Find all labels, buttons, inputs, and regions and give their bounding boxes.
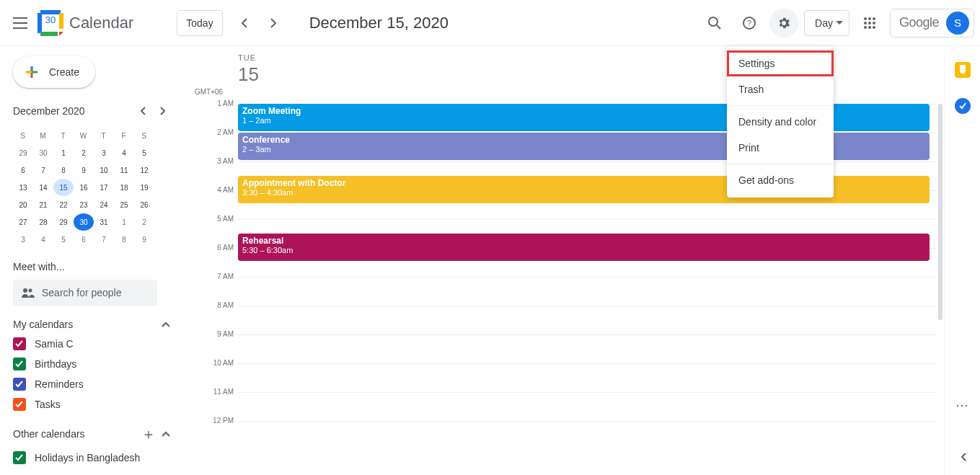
mini-date-cell[interactable]: 15 xyxy=(53,179,74,196)
today-button[interactable]: Today xyxy=(177,10,222,36)
other-calendars-toggle[interactable] xyxy=(159,428,173,440)
other-calendars-header[interactable]: Other calendars xyxy=(13,428,138,440)
create-button[interactable]: Create xyxy=(13,56,95,88)
hour-row[interactable] xyxy=(238,334,937,363)
mini-date-cell[interactable]: 12 xyxy=(134,161,154,179)
mini-date-cell[interactable]: 8 xyxy=(114,231,134,248)
create-label: Create xyxy=(49,66,79,78)
hour-row[interactable] xyxy=(238,306,937,334)
my-calendars-header[interactable]: My calendars xyxy=(13,319,159,330)
mini-date-cell[interactable]: 13 xyxy=(13,179,33,196)
mini-date-cell[interactable]: 2 xyxy=(74,144,94,161)
mini-date-cell[interactable]: 6 xyxy=(74,231,94,248)
mini-date-cell[interactable]: 7 xyxy=(33,161,53,179)
help-button[interactable]: ? xyxy=(735,9,764,37)
menu-item[interactable]: Trash xyxy=(727,76,834,102)
side-panel-expand[interactable] xyxy=(960,452,968,462)
calendar-item[interactable]: Reminders xyxy=(13,378,173,391)
mini-date-cell[interactable]: 17 xyxy=(94,179,114,196)
mini-date-cell[interactable]: 8 xyxy=(53,161,74,179)
apps-grid-button[interactable] xyxy=(855,9,884,37)
menu-item[interactable]: Settings xyxy=(727,50,834,76)
mini-date-cell[interactable]: 22 xyxy=(53,196,74,213)
menu-item[interactable]: Print xyxy=(727,135,834,161)
mini-date-cell[interactable]: 4 xyxy=(114,144,134,161)
settings-button[interactable] xyxy=(769,9,798,37)
mini-next-month[interactable] xyxy=(153,101,173,121)
calendar-item[interactable]: Samia C xyxy=(13,337,173,350)
app-logo[interactable]: 30 Calendar xyxy=(37,10,133,36)
prev-day-button[interactable] xyxy=(230,9,259,37)
mini-date-cell[interactable]: 9 xyxy=(134,231,154,248)
tasks-icon[interactable] xyxy=(955,98,971,114)
search-people-input[interactable]: Search for people xyxy=(13,280,157,306)
search-button[interactable] xyxy=(700,9,729,37)
mini-date-cell[interactable]: 10 xyxy=(94,161,114,179)
mini-date-cell[interactable]: 25 xyxy=(114,196,134,213)
hour-label: 11 AM xyxy=(203,388,234,396)
mini-date-cell[interactable]: 4 xyxy=(33,231,53,248)
scrollbar[interactable] xyxy=(938,104,943,320)
mini-date-cell[interactable]: 18 xyxy=(114,179,134,196)
hour-row[interactable] xyxy=(238,421,937,450)
view-select-label: Day xyxy=(815,17,833,29)
menu-item[interactable]: Density and color xyxy=(727,109,834,135)
add-other-calendar[interactable]: ＋ xyxy=(138,424,159,444)
calendar-item[interactable]: Birthdays xyxy=(13,358,173,370)
svg-point-6 xyxy=(864,22,867,25)
mini-date-cell[interactable]: 11 xyxy=(114,161,134,179)
view-select[interactable]: Day xyxy=(804,10,849,36)
calendar-checkbox[interactable] xyxy=(13,337,26,350)
menu-item[interactable]: Get add-ons xyxy=(727,167,834,193)
calendar-event[interactable]: Rehearsal5:30 – 6:30am xyxy=(238,234,930,261)
mini-prev-month[interactable] xyxy=(133,101,153,121)
mini-date-cell[interactable]: 23 xyxy=(74,196,94,213)
mini-date-cell[interactable]: 5 xyxy=(134,144,154,161)
mini-date-cell[interactable]: 9 xyxy=(74,161,94,179)
mini-date-cell[interactable]: 21 xyxy=(33,196,53,213)
mini-date-cell[interactable]: 28 xyxy=(33,213,53,231)
mini-date-cell[interactable]: 29 xyxy=(13,144,33,161)
hour-row[interactable] xyxy=(238,392,937,421)
mini-dow: S xyxy=(13,127,33,144)
svg-point-13 xyxy=(29,289,32,293)
mini-date-cell[interactable]: 2 xyxy=(134,213,154,231)
next-day-button[interactable] xyxy=(259,9,288,37)
mini-dow: S xyxy=(134,127,154,144)
calendar-item[interactable]: Tasks xyxy=(13,398,173,411)
main-menu-icon[interactable] xyxy=(6,9,35,37)
mini-date-cell[interactable]: 19 xyxy=(134,179,154,196)
hour-row[interactable] xyxy=(238,363,937,392)
mini-date-cell[interactable]: 31 xyxy=(94,213,114,231)
mini-date-cell[interactable]: 26 xyxy=(134,196,154,213)
keep-icon[interactable] xyxy=(955,62,971,78)
calendar-item[interactable]: Holidays in Bangladesh xyxy=(13,451,173,464)
calendar-checkbox[interactable] xyxy=(13,358,26,370)
mini-date-cell[interactable]: 5 xyxy=(53,231,74,248)
mini-date-cell[interactable]: 30 xyxy=(33,144,53,161)
mini-date-cell[interactable]: 6 xyxy=(13,161,33,179)
calendar-checkbox[interactable] xyxy=(13,451,26,464)
calendar-checkbox[interactable] xyxy=(13,398,26,411)
mini-date-cell[interactable]: 24 xyxy=(94,196,114,213)
mini-date-cell[interactable]: 1 xyxy=(114,213,134,231)
mini-date-cell[interactable]: 30 xyxy=(74,213,94,231)
mini-date-cell[interactable]: 20 xyxy=(13,196,33,213)
svg-point-0 xyxy=(709,17,718,26)
mini-dow: M xyxy=(33,127,53,144)
mini-date-cell[interactable]: 16 xyxy=(74,179,94,196)
mini-date-cell[interactable]: 27 xyxy=(13,213,33,231)
mini-date-cell[interactable]: 1 xyxy=(53,144,74,161)
mini-date-cell[interactable]: 14 xyxy=(33,179,53,196)
hour-row[interactable] xyxy=(238,277,937,306)
side-panel-more[interactable]: ⋯ xyxy=(955,397,968,413)
my-calendars-toggle[interactable] xyxy=(159,319,173,330)
mini-dow: F xyxy=(114,127,134,144)
mini-date-cell[interactable]: 29 xyxy=(53,213,74,231)
mini-date-cell[interactable]: 3 xyxy=(94,144,114,161)
hour-label: 7 AM xyxy=(203,272,234,280)
google-account-button[interactable]: Google S xyxy=(890,9,974,37)
calendar-checkbox[interactable] xyxy=(13,378,26,391)
mini-date-cell[interactable]: 7 xyxy=(94,231,114,248)
mini-date-cell[interactable]: 3 xyxy=(13,231,33,248)
